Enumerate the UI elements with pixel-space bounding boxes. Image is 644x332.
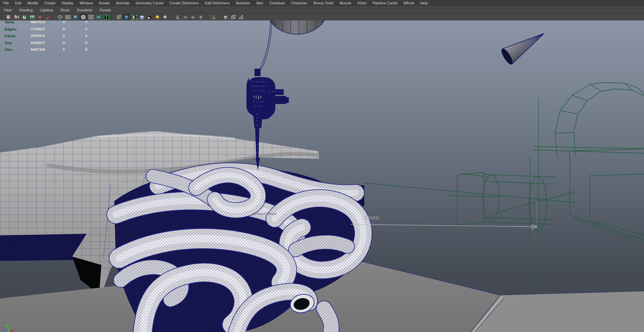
hud-col3: 0 [83, 20, 90, 24]
outline-cube-icon[interactable] [138, 14, 146, 20]
ghost-blur-sphere-icon[interactable] [197, 14, 204, 20]
poly-count-hud: Verts: 4467024 0 0 Edges: 7184822 0 0 Fa… [0, 19, 97, 54]
hud-row-verts: Verts: 4467024 0 0 [0, 19, 97, 26]
bracket-sphere-icon[interactable] [131, 14, 138, 20]
menu-animate[interactable]: Animate [113, 0, 132, 6]
distance-label: 3.51011 [365, 216, 380, 220]
toolbar-separator [218, 15, 221, 19]
hud-total: 8487326 [24, 48, 45, 52]
menu-muscle[interactable]: Muscle [336, 0, 354, 6]
toolbar-separator [2, 15, 4, 19]
ghost-ellipse-icon[interactable] [182, 14, 189, 20]
menu-character[interactable]: Character [288, 0, 310, 6]
hud-col3: 0 [83, 27, 90, 31]
panel-menu-renderer[interactable]: Renderer [73, 7, 96, 13]
menu-file[interactable]: File [0, 0, 12, 6]
hud-col2: 0 [60, 48, 67, 52]
hud-col2: 0 [60, 41, 67, 45]
hud-row-edges: Edges: 7184822 0 0 [0, 26, 97, 33]
panel-menu-shading[interactable]: Shading [15, 7, 36, 13]
hud-col3: 0 [83, 41, 90, 45]
noodles-mesh[interactable] [114, 168, 364, 332]
menu-window[interactable]: Window [77, 0, 96, 6]
cube-frame-icon[interactable] [230, 14, 237, 20]
gray-light-icon[interactable] [162, 14, 169, 20]
menu-help[interactable]: Help [417, 0, 431, 6]
share-nodes-icon[interactable] [237, 14, 245, 20]
menu-pipeline-cache[interactable]: Pipeline Cache [370, 0, 401, 6]
hud-col2: 0 [60, 27, 67, 31]
hud-label: Edges: [5, 27, 17, 31]
hud-row-faces: Faces: 2920974 0 0 [0, 33, 97, 40]
hud-col3: 0 [83, 34, 90, 38]
menu-display[interactable]: Display [58, 0, 77, 6]
ghost-cut-sphere-icon[interactable] [189, 14, 197, 20]
viewport-3d[interactable]: 3.51011 pPlatoFideos y z x [0, 20, 644, 332]
hud-total: 2920974 [24, 34, 45, 38]
axis-x-label: x [11, 328, 13, 332]
menu-bonus-tools[interactable]: Bonus Tools [310, 0, 336, 6]
menu-constrain[interactable]: Constrain [266, 0, 288, 6]
wire-cube-icon[interactable] [115, 14, 123, 20]
menu-create-deformers[interactable]: Create Deformers [167, 0, 202, 6]
hud-col3: 0 [83, 48, 90, 52]
axis-z-label: z [3, 328, 5, 332]
texture-t-icon[interactable] [103, 14, 110, 20]
hud-label: Faces: [5, 34, 16, 38]
menu-skeleton[interactable]: Skeleton [233, 0, 253, 6]
ghost-bust-icon[interactable] [174, 14, 181, 20]
main-menu-bar: File Edit Modify Create Display Window A… [0, 0, 644, 6]
blue-cube-icon[interactable] [123, 14, 130, 20]
hud-row-uvs: UVs: 8487326 0 0 [0, 47, 97, 54]
menu-edit-deformers[interactable]: Edit Deformers [202, 0, 232, 6]
toolbar-separator [170, 15, 173, 19]
panel-menu-show[interactable]: Show [57, 7, 74, 13]
panel-menu-lighting[interactable]: Lighting [36, 7, 57, 13]
toolbar-separator [206, 15, 208, 19]
menu-skin[interactable]: Skin [253, 0, 266, 6]
maya-window: File Edit Modify Create Display Window A… [0, 0, 644, 332]
menu-create[interactable]: Create [41, 0, 58, 6]
isolate-select-icon[interactable] [210, 14, 217, 20]
panel-menu-view[interactable]: View [0, 7, 15, 13]
hud-total: 6365872 [24, 41, 45, 45]
hud-row-tris: Tris: 6365872 0 0 [0, 40, 97, 47]
checker-sphere-icon[interactable] [146, 14, 153, 20]
toolbar-separator [53, 15, 55, 19]
axis-y-label: y [5, 323, 8, 328]
hud-total: 7184822 [24, 27, 45, 31]
object-label: pPlatoFideos [252, 212, 277, 216]
hud-label: Verts: [5, 20, 15, 24]
hud-col2: 0 [60, 34, 67, 38]
hud-label: Tris: [5, 41, 12, 45]
menu-bifrost[interactable]: Bifrost [401, 0, 417, 6]
menu-assets[interactable]: Assets [96, 0, 113, 6]
hud-label: UVs: [5, 48, 13, 52]
panel-menu-bar: View Shading Lighting Show Renderer Pane… [0, 6, 644, 14]
menu-geometry-cache[interactable]: Geometry Cache [133, 0, 167, 6]
menu-modify[interactable]: Modify [25, 0, 41, 6]
cube-icon[interactable] [222, 14, 229, 20]
hud-col2: 0 [60, 20, 67, 24]
yellow-light-icon[interactable] [154, 14, 161, 20]
hud-total: 4467024 [24, 20, 45, 24]
menu-edit[interactable]: Edit [12, 0, 25, 6]
toolbar-separator [111, 15, 114, 19]
panel-menu-panels[interactable]: Panels [96, 7, 115, 13]
menu-xgen[interactable]: XGen [354, 0, 370, 6]
